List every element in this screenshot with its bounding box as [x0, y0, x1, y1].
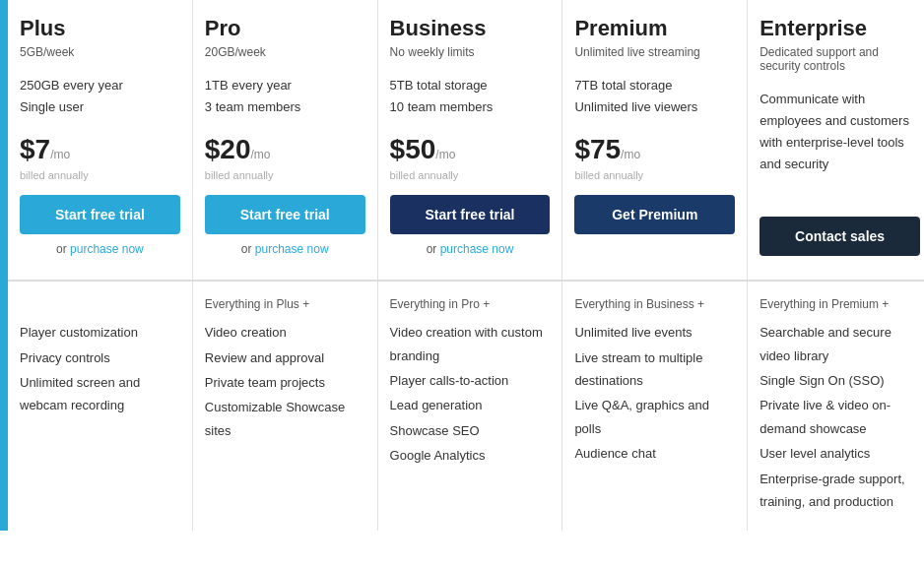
- plan-premium-price-small: /mo: [621, 148, 640, 161]
- plan-business: Business No weekly limits 5TB total stor…: [378, 0, 563, 280]
- features-plus-list: Player customization Privacy controls Un…: [20, 321, 180, 417]
- plan-business-price-note: billed annually: [390, 169, 551, 181]
- list-item: Private live & video on-demand showcase: [759, 394, 920, 440]
- plan-premium: Premium Unlimited live streaming 7TB tot…: [562, 0, 748, 280]
- plan-business-trial-button[interactable]: Start free trial: [390, 195, 551, 234]
- plan-business-or-text: or: [427, 242, 437, 256]
- list-item: Searchable and secure video library: [759, 321, 920, 367]
- plan-premium-price: $75/mo: [574, 134, 735, 165]
- list-item: Customizable Showcase sites: [205, 396, 365, 442]
- plan-pro-trial-button[interactable]: Start free trial: [205, 195, 365, 234]
- plan-premium-price-big: $75: [574, 134, 621, 164]
- plan-plus-price: $7/mo: [20, 134, 180, 165]
- features-enterprise: Everything in Premium + Searchable and s…: [748, 282, 924, 531]
- features-premium-heading: Everything in Business +: [574, 297, 735, 311]
- plan-pro-subtitle: 20GB/week: [205, 45, 365, 59]
- plan-pro-purchase: or purchase now: [205, 242, 365, 256]
- plan-plus-features: 250GB every year Single user: [20, 75, 180, 118]
- plan-pro: Pro 20GB/week 1TB every year 3 team memb…: [193, 0, 378, 280]
- plan-pro-price: $20/mo: [205, 134, 365, 165]
- list-item: Audience chat: [574, 442, 735, 465]
- features-pro: Everything in Plus + Video creation Revi…: [193, 282, 378, 531]
- plan-enterprise-button[interactable]: Contact sales: [759, 217, 920, 256]
- features-plus-heading: [20, 297, 180, 311]
- features-pro-heading: Everything in Plus +: [205, 297, 365, 311]
- features-business-list: Video creation with custom branding Play…: [390, 321, 551, 467]
- plan-plus-or-text: or: [56, 242, 67, 256]
- plan-enterprise-spacer: [759, 191, 920, 209]
- features-business: Everything in Pro + Video creation with …: [378, 282, 563, 531]
- features-enterprise-list: Searchable and secure video library Sing…: [759, 321, 920, 513]
- plan-plus-purchase-link[interactable]: purchase now: [70, 242, 144, 256]
- features-premium-list: Unlimited live events Live stream to mul…: [574, 321, 735, 465]
- plan-premium-subtitle: Unlimited live streaming: [574, 45, 735, 59]
- list-item: Private team projects: [205, 371, 365, 394]
- plan-enterprise-features: Communicate with employees and customers…: [759, 89, 920, 175]
- plan-business-purchase-link[interactable]: purchase now: [440, 242, 514, 256]
- plan-premium-name: Premium: [574, 16, 735, 41]
- plan-plus-purchase: or purchase now: [20, 242, 180, 256]
- left-accent-bar: [0, 0, 8, 531]
- features-plus: Player customization Privacy controls Un…: [8, 282, 193, 531]
- plan-business-price-small: /mo: [435, 148, 455, 161]
- list-item: Single Sign On (SSO): [759, 369, 920, 392]
- list-item: Unlimited live events: [574, 321, 735, 344]
- plan-plus-name: Plus: [20, 16, 180, 41]
- plan-business-price: $50/mo: [390, 134, 551, 165]
- plan-plus-trial-button[interactable]: Start free trial: [20, 195, 180, 234]
- plan-plus-price-big: $7: [20, 134, 50, 164]
- plan-business-subtitle: No weekly limits: [390, 45, 551, 59]
- plan-business-price-big: $50: [390, 134, 436, 164]
- list-item: Privacy controls: [20, 347, 180, 369]
- list-item: Live Q&A, graphics and polls: [574, 394, 735, 440]
- plan-premium-features: 7TB total storage Unlimited live viewers: [574, 75, 735, 118]
- plan-business-name: Business: [390, 16, 551, 41]
- plan-pro-name: Pro: [205, 16, 365, 41]
- plan-enterprise-name: Enterprise: [759, 16, 920, 41]
- plan-plus-price-note: billed annually: [20, 169, 180, 181]
- list-item: Google Analytics: [390, 444, 551, 467]
- list-item: Review and approval: [205, 347, 365, 369]
- plan-business-purchase: or purchase now: [390, 242, 551, 256]
- plan-pro-price-big: $20: [205, 134, 251, 164]
- list-item: Showcase SEO: [390, 419, 551, 442]
- plan-pro-price-note: billed annually: [205, 169, 365, 181]
- features-premium: Everything in Business + Unlimited live …: [562, 282, 748, 531]
- features-section: Player customization Privacy controls Un…: [8, 281, 924, 531]
- list-item: Player customization: [20, 321, 180, 344]
- features-pro-list: Video creation Review and approval Priva…: [205, 321, 365, 442]
- plan-pro-or-text: or: [241, 242, 252, 256]
- plan-premium-button[interactable]: Get Premium: [574, 195, 735, 234]
- plan-premium-price-note: billed annually: [574, 169, 735, 181]
- plan-plus-price-small: /mo: [50, 148, 70, 161]
- list-item: Video creation with custom branding: [390, 321, 551, 367]
- list-item: Live stream to multiple destinations: [574, 347, 735, 393]
- plan-pro-purchase-link[interactable]: purchase now: [255, 242, 329, 256]
- pricing-section: Plus 5GB/week 250GB every year Single us…: [8, 0, 924, 280]
- list-item: Video creation: [205, 321, 365, 344]
- list-item: Player calls-to-action: [390, 369, 551, 392]
- features-enterprise-heading: Everything in Premium +: [759, 297, 920, 311]
- features-business-heading: Everything in Pro +: [390, 297, 551, 311]
- plan-enterprise-subtitle: Dedicated support and security controls: [759, 45, 920, 73]
- list-item: User level analytics: [759, 442, 920, 465]
- plan-plus-subtitle: 5GB/week: [20, 45, 180, 59]
- plan-business-features: 5TB total storage 10 team members: [390, 75, 551, 118]
- list-item: Enterprise-grade support, training, and …: [759, 468, 920, 514]
- list-item: Lead generation: [390, 394, 551, 416]
- plan-pro-features: 1TB every year 3 team members: [205, 75, 365, 118]
- list-item: Unlimited screen and webcam recording: [20, 371, 180, 417]
- plan-pro-price-small: /mo: [251, 148, 271, 161]
- plan-enterprise: Enterprise Dedicated support and securit…: [748, 0, 924, 280]
- plan-plus: Plus 5GB/week 250GB every year Single us…: [8, 0, 193, 280]
